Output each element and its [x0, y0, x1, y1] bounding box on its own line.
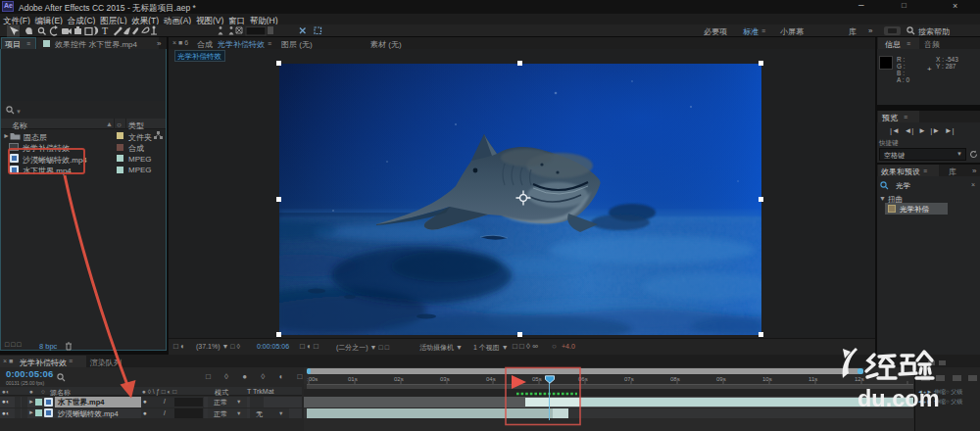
- svg-text:du.com: du.com: [858, 386, 940, 411]
